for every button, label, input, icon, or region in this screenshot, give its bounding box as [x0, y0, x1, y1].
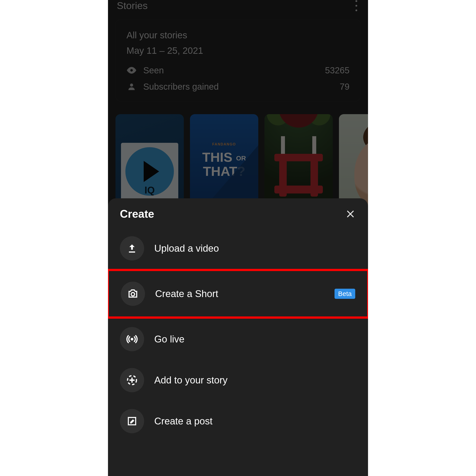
card-title: All your stories — [126, 30, 350, 41]
story-thumb-2[interactable]: FANDANGO THIS ORTHAT? — [190, 114, 258, 207]
item-upload-video[interactable]: Upload a video — [108, 228, 368, 269]
item-create-post[interactable]: Create a post — [108, 401, 368, 442]
card-date-range: May 11 – 25, 2021 — [126, 45, 350, 56]
person-icon — [126, 82, 137, 92]
item-create-post-label: Create a post — [154, 416, 212, 427]
page-title: Stories — [117, 0, 148, 12]
stat-subs-label: Subscribers gained — [143, 82, 219, 92]
item-add-story[interactable]: Add to your story — [108, 360, 368, 401]
eye-icon — [126, 65, 137, 75]
svg-point-4 — [131, 338, 133, 340]
svg-rect-2 — [129, 252, 135, 253]
story-thumb-4[interactable] — [339, 114, 368, 207]
story-thumb-3[interactable] — [264, 114, 333, 207]
close-icon[interactable] — [345, 208, 356, 220]
add-story-icon — [120, 368, 144, 392]
item-create-short[interactable]: Create a Short Beta — [109, 271, 367, 316]
more-options-icon[interactable] — [355, 0, 357, 11]
stat-subs-value: 79 — [340, 82, 350, 92]
stat-subs: Subscribers gained 79 — [126, 82, 350, 92]
upload-icon — [120, 236, 144, 260]
stories-summary-card[interactable]: All your stories May 11 – 25, 2021 Seen … — [115, 19, 361, 102]
stat-seen-value: 53265 — [325, 66, 350, 75]
compose-icon — [120, 409, 144, 433]
beta-badge: Beta — [335, 289, 355, 299]
create-bottom-sheet: Create Upload a video — [108, 198, 368, 476]
camera-icon — [121, 282, 145, 306]
item-create-short-label: Create a Short — [155, 288, 218, 299]
svg-point-3 — [131, 292, 135, 296]
svg-point-1 — [130, 84, 133, 87]
story-thumb-1[interactable]: IQ — [116, 114, 184, 207]
story-thumbnails: IQ FANDANGO THIS ORTHAT? — [116, 114, 368, 207]
stat-seen: Seen 53265 — [126, 65, 350, 75]
thumb1-label: IQ — [145, 185, 155, 196]
sheet-title: Create — [120, 208, 154, 220]
item-go-live-label: Go live — [154, 334, 185, 345]
item-add-story-label: Add to your story — [154, 375, 228, 386]
item-upload-label: Upload a video — [154, 243, 219, 254]
stat-seen-label: Seen — [143, 66, 164, 75]
svg-point-0 — [130, 69, 133, 72]
live-icon — [120, 327, 144, 351]
item-go-live[interactable]: Go live — [108, 319, 368, 360]
app-screen: Stories All your stories May 11 – 25, 20… — [108, 0, 368, 476]
